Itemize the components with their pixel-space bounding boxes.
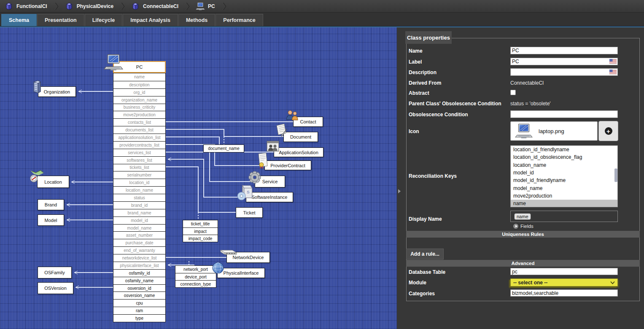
schema-diagram-canvas[interactable]: PC name description org_id organization_… <box>0 27 397 329</box>
module-selected-value: -- select one -- <box>513 280 547 286</box>
categories-input[interactable] <box>510 289 618 297</box>
pc-attribute-row[interactable]: physicalinterface_list <box>113 262 165 269</box>
pc-attribute-row[interactable]: org_id <box>113 88 165 96</box>
tab[interactable]: Lifecycle <box>85 14 123 26</box>
breadcrumb-item[interactable]: FunctionalCI <box>3 2 64 11</box>
add-icon-button[interactable]: + <box>598 121 618 141</box>
reconciliation-key-item[interactable]: location_id_friendlyname <box>511 146 617 153</box>
class-box-osversion[interactable]: OSVersion <box>38 282 73 294</box>
pc-attribute-label: cpu <box>136 301 143 305</box>
attribute-row[interactable]: ticket_title <box>183 220 218 227</box>
pc-attribute-row[interactable]: osfamily_id <box>113 269 165 277</box>
name-input[interactable] <box>510 47 618 54</box>
attribute-row[interactable]: network_port <box>175 266 216 273</box>
attribute-label: impact <box>194 229 206 234</box>
pc-attribute-row[interactable]: asset_number <box>113 231 165 239</box>
class-label: Contact <box>300 119 316 124</box>
pc-attribute-row[interactable]: tickets_list <box>113 164 165 171</box>
tab[interactable]: Schema <box>1 14 37 26</box>
add-rule-button[interactable]: Add a rule... <box>406 249 444 259</box>
display-name-token[interactable]: name <box>514 213 531 220</box>
class-box-document[interactable]: Document <box>283 132 318 142</box>
pc-attribute-label: providercontracts_list <box>119 143 159 147</box>
tab[interactable]: Impact Analysis <box>123 14 178 26</box>
pc-attribute-row[interactable]: location_name <box>113 186 165 194</box>
application-solution-icon <box>266 140 280 152</box>
class-box-ticket[interactable]: Ticket <box>236 207 263 218</box>
pc-attribute-row[interactable]: osversion_name <box>113 292 165 299</box>
categories-label: Categories <box>409 291 435 297</box>
description-input[interactable] <box>510 68 618 76</box>
icon-preview[interactable]: laptop.png <box>510 121 598 141</box>
class-box-model[interactable]: Model <box>38 214 64 226</box>
pc-attribute-row[interactable]: networkdevice_list <box>113 254 165 262</box>
pc-attribute-row[interactable]: purchase_date <box>113 239 165 246</box>
pc-attribute-row[interactable]: providercontracts_list <box>113 141 165 149</box>
pc-attribute-row[interactable]: status <box>113 194 165 201</box>
pc-attribute-row[interactable]: osfamily_name <box>113 277 165 284</box>
reconciliation-key-item[interactable]: model_id_friendlyname <box>511 177 617 184</box>
pc-attribute-row[interactable]: description <box>113 81 165 88</box>
obsolescence-input[interactable] <box>510 110 618 118</box>
reconciliation-key-item[interactable]: move2production <box>511 192 617 200</box>
class-box-application-solution[interactable]: ApplicationSolution <box>274 147 323 157</box>
pc-attribute-label: asset_number <box>126 233 153 238</box>
database-table-input[interactable] <box>510 268 618 275</box>
attribute-box-document-name: document_name <box>203 144 244 152</box>
attribute-row[interactable]: impact <box>183 227 218 235</box>
breadcrumb-item[interactable]: PhysicalDevice <box>64 2 130 11</box>
pc-attribute-row[interactable]: model_id <box>113 217 165 224</box>
token-label: name <box>517 214 528 219</box>
pc-attribute-row[interactable]: end_of_warranty <box>113 246 165 254</box>
pc-attribute-row[interactable]: organization_name <box>113 96 165 104</box>
reconciliation-key-item[interactable]: name <box>511 200 617 207</box>
pc-attribute-row[interactable]: contacts_list <box>113 118 165 126</box>
pc-attribute-row[interactable]: documents_list <box>113 126 165 134</box>
pc-attribute-row[interactable]: serialnumber <box>113 171 165 179</box>
attribute-row[interactable]: device_port <box>175 273 216 280</box>
pc-attribute-row[interactable]: location_id <box>113 179 165 186</box>
attribute-row[interactable]: document_name <box>204 145 244 152</box>
class-box-provider-contract[interactable]: ProviderContract <box>264 160 311 170</box>
class-box-brand[interactable]: Brand <box>38 199 64 210</box>
pc-attribute-row[interactable]: type <box>113 314 165 322</box>
attribute-label: impact_code <box>189 236 213 241</box>
pc-attribute-row[interactable]: softwares_list <box>113 156 165 164</box>
reconciliation-key-item[interactable]: model_name <box>511 184 617 192</box>
pc-attribute-row[interactable]: model_name <box>113 224 165 232</box>
pc-attribute-row[interactable]: osversion_id <box>113 284 165 292</box>
pc-attribute-row[interactable]: brand_name <box>113 209 165 217</box>
label-input[interactable] <box>510 58 618 65</box>
tab[interactable]: Methods <box>178 14 215 26</box>
class-label: Document <box>290 134 311 139</box>
pc-attribute-label: move2production <box>123 112 156 117</box>
breadcrumb-chevron-icon <box>186 2 190 11</box>
class-box-organization[interactable]: Organization <box>38 86 76 97</box>
pc-attribute-row[interactable]: name <box>113 73 165 81</box>
tab[interactable]: Presentation <box>37 14 84 26</box>
pc-attribute-row[interactable]: ram <box>113 307 165 314</box>
abstract-checkbox[interactable] <box>510 90 516 95</box>
tab[interactable]: Performance <box>216 14 263 26</box>
breadcrumb-item[interactable]: PC <box>195 2 232 11</box>
reconciliation-key-item[interactable]: location_id_obsolescence_flag <box>511 153 617 161</box>
reconciliation-key-item[interactable]: model_id <box>511 169 617 177</box>
pc-attribute-row[interactable]: cpu <box>113 299 165 307</box>
breadcrumb-item[interactable]: ConnectableCI <box>130 2 195 11</box>
list-scrollbar-thumb[interactable] <box>614 169 617 182</box>
reconciliation-key-item[interactable]: location_name <box>511 161 617 169</box>
attribute-row[interactable]: connection_type <box>175 280 216 287</box>
pc-attribute-row[interactable]: services_list <box>113 149 165 156</box>
class-box-osfamily[interactable]: OSFamily <box>38 267 72 278</box>
display-name-box[interactable]: name <box>510 211 618 222</box>
pc-attribute-row[interactable]: applicationsolution_list <box>113 134 165 141</box>
attribute-row[interactable]: impact_code <box>183 235 218 242</box>
fields-toggle[interactable]: Fields <box>513 224 534 229</box>
us-flag-icon <box>609 59 617 64</box>
class-label: OSFamily <box>44 270 65 275</box>
pc-attribute-row[interactable]: move2production <box>113 111 165 118</box>
pc-attribute-row[interactable]: business_criticity <box>113 104 165 111</box>
pc-attribute-row[interactable]: brand_id <box>113 201 165 209</box>
reconciliation-keys-list[interactable]: location_id_friendlyname location_id_obs… <box>510 145 618 207</box>
module-select[interactable]: -- select one -- <box>510 278 618 286</box>
